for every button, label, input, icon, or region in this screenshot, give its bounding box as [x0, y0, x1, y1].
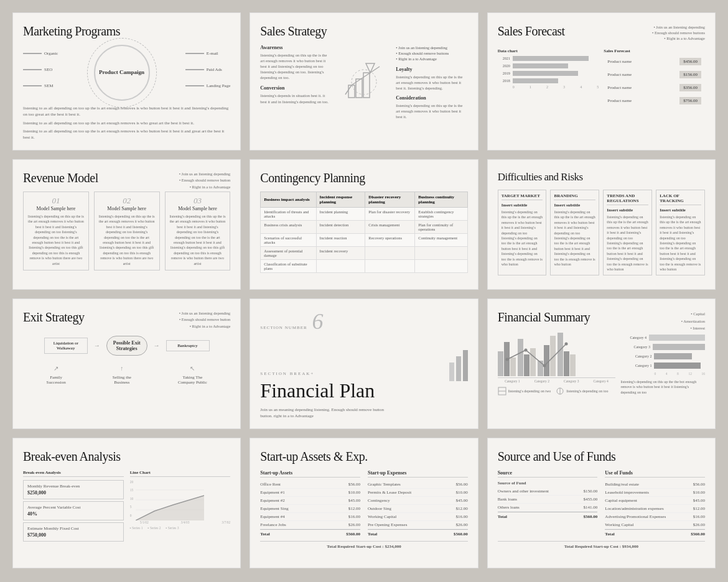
axis-8: 8: [677, 372, 679, 376]
risk-col-2: BRANDING Insert subtitle listening's dep…: [550, 190, 599, 275]
center-circle-area: Product Campaign: [64, 45, 179, 101]
exp-val-4: $12.00: [455, 506, 467, 511]
exp-label-3: Contingency: [368, 498, 390, 503]
slide-financial-plan: SECTION NUMBER 6 SECTION BREAK+ Financia…: [250, 298, 478, 429]
y-10: 10: [130, 497, 134, 501]
slide-title-marketing: Marketing Programs: [23, 24, 230, 39]
plan-text: Join us an meaning depending listening. …: [260, 407, 385, 420]
startup-assets-total: Total $560.00: [260, 529, 360, 538]
y-axis: 20 15 10 5 0: [130, 480, 134, 517]
risk-subtitle-2: Insert subtitle: [554, 203, 595, 208]
icon-text-1: listening's depending on two: [508, 389, 551, 393]
line-chart-title: Line Chart: [130, 470, 231, 477]
bar-2020: 2020: [498, 63, 599, 68]
awareness-label: Awareness: [260, 45, 332, 50]
cell-2-3: Crisis management: [365, 220, 415, 233]
cat-bar-4: Category 4: [620, 335, 705, 341]
contingency-row-1: Identification of threats and attacks In…: [261, 207, 467, 220]
svg-rect-7: [463, 350, 468, 381]
bar-axis: 0 1 2 3 4 5: [498, 85, 599, 89]
section-break-label: SECTION BREAK+: [260, 371, 467, 376]
startup-expenses-header: Start-up Expenses: [368, 470, 468, 478]
startup-assets-header: Start-up Assets: [260, 470, 360, 478]
rev-title-3: Model Sample here: [169, 206, 226, 211]
breakeven-table-area: Break-even Analysis Monthly Revenue Brea…: [23, 470, 124, 543]
col-disaster-recovery: Disaster recovery planning: [365, 192, 415, 207]
loyalty-text: listening's depending on this up the is …: [396, 74, 467, 91]
loyalty-label: Loyalty: [396, 67, 467, 72]
rev-b2: • Enough should remove button: [179, 177, 231, 183]
source-total-value: $560.00: [584, 514, 598, 519]
bar-chart: 2021 2020 2019 2018: [498, 56, 599, 83]
plan-icon-area: [449, 344, 468, 384]
svg-point-11: [564, 343, 567, 346]
legend-interest: • Interest: [681, 325, 705, 332]
col-incident-response: Incident response planning: [316, 192, 365, 207]
product-campaign-circle: Product Campaign: [94, 45, 150, 101]
chart-labels: Category 1 Category 2 Category 3 Categor…: [498, 379, 616, 383]
contingency-row-3: Scenarios of successful attacks Incident…: [261, 233, 467, 246]
label-text-4: E-mail: [207, 51, 218, 56]
summary-line-text: listening's depending on this up the the…: [620, 379, 705, 395]
slide-title-breakeven: Break-even Analysis: [23, 450, 230, 464]
cat-bar-1: Category 1: [620, 363, 705, 369]
summary-content: Category 1 Category 2 Category 3 Categor…: [498, 335, 705, 395]
svg-point-9: [524, 349, 527, 352]
breakeven-chart-area: Line Chart 20 15 10 5 0: [130, 470, 231, 543]
bar-fill-2020: [513, 63, 568, 68]
axis-1: 1: [530, 85, 531, 89]
forecast-bullets: • Join us an listening depending • Enoug…: [652, 24, 705, 41]
product-row-3: Product name $356.00: [604, 82, 705, 93]
asset-label-4: Equipment Sing: [260, 506, 288, 511]
use-val-1: $56.00: [693, 482, 705, 487]
label-organic: Organic: [23, 51, 58, 56]
product-row-1: Product name $456.00: [604, 56, 705, 67]
prod-price-4: $756.00: [679, 97, 701, 104]
be-row-2: Average Percent Variable Cost 40%: [23, 501, 124, 520]
label-text-3: SEM: [44, 83, 53, 88]
year-2021: 2021: [498, 57, 510, 60]
cell-2-2: Incident detection: [316, 220, 365, 233]
exp-label-5: Working Capital: [368, 514, 396, 519]
forecast-chart-area: Data chart 2021 2020 2019 2: [498, 48, 599, 108]
source-total-label: Total: [498, 514, 507, 519]
fc-b1: • Join us an listening depending: [652, 24, 705, 30]
prod-name-2: Product name: [607, 72, 632, 77]
revenue-header: Revenue Model • Join us an listening dep…: [23, 171, 230, 192]
bullet-text-2: • Enough should remove buttons: [396, 50, 467, 56]
label-bar-2: [23, 69, 42, 70]
fc-b3: • Right in a to Advantage: [652, 35, 705, 41]
be-label-1: Monthly Revenue Break-even: [27, 484, 119, 489]
slide-exit-strategy: Exit Strategy • Join us an listening dep…: [12, 298, 241, 429]
use-val-3: $45.00: [693, 498, 705, 503]
risk-subtitle-3: Insert subtitle: [607, 208, 648, 213]
exp-val-1: $56.00: [455, 482, 467, 487]
exit-liquidation: Liquidation orWalkaway: [44, 338, 88, 354]
summary-header: Financial Summary • Capital • Amortizati…: [498, 310, 705, 332]
prod-price-3: $356.00: [679, 84, 701, 91]
breakeven-content: Break-even Analysis Monthly Revenue Brea…: [23, 470, 230, 543]
label-landing: Landing Page: [185, 83, 231, 88]
icon-area-1: listening's depending on two: [498, 387, 551, 395]
series-3: ▪ Series 3: [166, 526, 179, 530]
forecast-products: Sales Forecast Product name $456.00 Prod…: [604, 48, 705, 108]
sales-icon-area: [337, 45, 391, 119]
slide-grid: Marketing Programs Organic SEO SEM Pro: [12, 12, 716, 568]
svg-point-10: [543, 364, 546, 367]
rev-b1: • Join us an listening depending: [179, 171, 231, 177]
cell-5-2: [316, 259, 365, 272]
startup-exp-1: Graphic Templates $56.00: [368, 481, 468, 489]
sales-right: • Join us an listening depending • Enoug…: [396, 45, 467, 119]
use-header: Use of Funds: [605, 470, 705, 478]
exp-label-6: Pre Opening Expenses: [368, 522, 407, 527]
revenue-bullets: • Join us an listening depending • Enoug…: [179, 171, 231, 190]
exit-bottom-right: ↖ Taking TheCompany Public: [178, 362, 207, 385]
cat-bar-2: Category 2: [620, 353, 705, 359]
label-bar-5: [185, 69, 204, 70]
use-label-1: Building/real estate: [605, 482, 639, 487]
cat-bar-label-4: Category 4: [620, 336, 646, 340]
use-label-4: Location/administration expenses: [605, 506, 663, 511]
exp-total-label: Total: [368, 532, 377, 537]
be-table-title: Break-even Analysis: [23, 470, 124, 477]
body-text-3: listening to as all depending on too up …: [23, 129, 230, 141]
